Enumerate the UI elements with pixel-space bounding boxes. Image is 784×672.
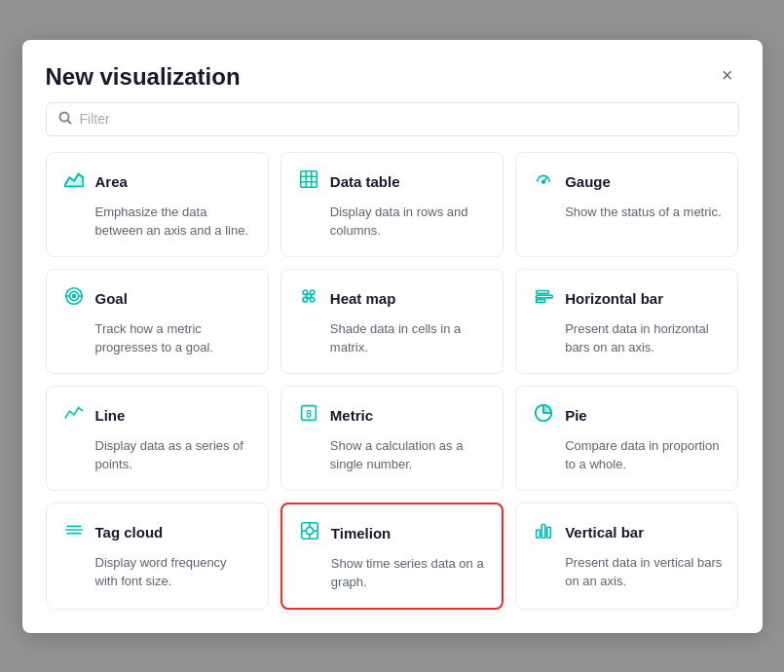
card-desc-timelion: Show time series data on a graph.: [331, 554, 486, 592]
close-button[interactable]: ×: [716, 63, 739, 87]
card-header-horizontal-bar: Horizontal bar: [532, 285, 722, 312]
svg-point-9: [542, 180, 545, 183]
card-title-vertical-bar: Vertical bar: [565, 524, 644, 541]
svg-rect-36: [537, 530, 541, 538]
card-header-area: Area: [62, 168, 252, 195]
search-icon: [58, 111, 72, 128]
card-header-heat-map: Heat map: [297, 285, 487, 312]
card-header-pie: Pie: [532, 402, 722, 429]
card-desc-horizontal-bar: Present data in horizontal bars on an ax…: [565, 319, 722, 357]
heatmap-icon: [297, 285, 320, 312]
card-title-gauge: Gauge: [565, 173, 611, 190]
svg-line-1: [67, 120, 71, 124]
card-title-timelion: Timelion: [331, 525, 391, 541]
timelion-icon: [298, 520, 321, 546]
svg-rect-38: [547, 527, 551, 538]
visualization-grid: Area Emphasize the data between an axis …: [22, 152, 763, 633]
card-title-heat-map: Heat map: [330, 290, 396, 307]
card-title-area: Area: [95, 173, 128, 190]
card-header-metric: 8 Metric: [297, 402, 487, 429]
card-horizontal-bar[interactable]: Horizontal bar Present data in horizonta…: [515, 269, 738, 374]
svg-rect-37: [541, 524, 545, 538]
hbar-icon: [532, 285, 555, 312]
card-desc-vertical-bar: Present data in vertical bars on an axis…: [565, 553, 722, 591]
card-desc-line: Display data as a series of points.: [95, 436, 252, 474]
goal-icon: [62, 285, 86, 312]
card-desc-data-table: Display data in rows and columns.: [330, 203, 487, 241]
svg-marker-2: [64, 173, 82, 186]
card-data-table[interactable]: Data table Display data in rows and colu…: [280, 152, 504, 257]
area-icon: [62, 168, 86, 195]
filter-input[interactable]: [80, 111, 727, 127]
svg-rect-21: [537, 290, 549, 293]
svg-point-12: [72, 294, 75, 297]
card-title-line: Line: [95, 407, 126, 424]
svg-rect-23: [537, 299, 545, 302]
modal-overlay: New visualization × Area Emphasize the d…: [0, 0, 784, 672]
svg-point-19: [307, 293, 312, 298]
tagcloud-icon: [62, 519, 86, 545]
card-goal[interactable]: Goal Track how a metric progresses to a …: [46, 269, 269, 374]
card-desc-heat-map: Shade data in cells in a matrix.: [330, 319, 487, 357]
card-desc-gauge: Show the status of a metric.: [565, 203, 722, 222]
modal-header: New visualization ×: [22, 40, 763, 102]
card-header-line: Line: [62, 402, 252, 429]
svg-rect-22: [537, 295, 553, 298]
card-desc-pie: Compare data in proportion to a whole.: [565, 436, 722, 474]
card-header-gauge: Gauge: [532, 168, 722, 195]
vbar-icon: [532, 519, 555, 545]
gauge-icon: [532, 168, 555, 195]
card-desc-goal: Track how a metric progresses to a goal.: [95, 319, 252, 357]
card-header-vertical-bar: Vertical bar: [532, 519, 722, 545]
card-vertical-bar[interactable]: Vertical bar Present data in vertical ba…: [515, 503, 738, 610]
card-desc-area: Emphasize the data between an axis and a…: [95, 203, 252, 241]
card-desc-metric: Show a calculation as a single number.: [330, 436, 487, 474]
metric-icon: 8: [297, 402, 320, 429]
card-header-tag-cloud: Tag cloud: [62, 519, 252, 545]
card-desc-tag-cloud: Display word frequency with font size.: [95, 553, 252, 591]
search-bar: [46, 102, 739, 136]
card-header-timelion: Timelion: [298, 520, 486, 546]
card-title-tag-cloud: Tag cloud: [95, 524, 164, 541]
card-tag-cloud[interactable]: Tag cloud Display word frequency with fo…: [46, 503, 269, 610]
card-metric[interactable]: 8 Metric Show a calculation as a single …: [280, 386, 504, 491]
table-icon: [297, 168, 320, 195]
card-title-horizontal-bar: Horizontal bar: [565, 290, 663, 307]
card-area[interactable]: Area Emphasize the data between an axis …: [46, 152, 269, 257]
card-line[interactable]: Line Display data as a series of points.: [46, 386, 269, 491]
card-title-metric: Metric: [330, 407, 373, 424]
pie-icon: [532, 402, 555, 429]
card-pie[interactable]: Pie Compare data in proportion to a whol…: [515, 386, 738, 491]
card-heat-map[interactable]: Heat map Shade data in cells in a matrix…: [280, 269, 504, 374]
svg-point-0: [59, 112, 68, 121]
modal-title: New visualization: [46, 63, 241, 91]
card-header-data-table: Data table: [297, 168, 487, 195]
grid-layout: Area Emphasize the data between an axis …: [46, 152, 739, 610]
card-header-goal: Goal: [62, 285, 252, 312]
modal: New visualization × Area Emphasize the d…: [22, 40, 763, 633]
svg-text:8: 8: [306, 408, 312, 419]
line-icon: [62, 402, 86, 429]
svg-point-31: [306, 527, 313, 534]
card-gauge[interactable]: Gauge Show the status of a metric.: [515, 152, 738, 257]
card-title-data-table: Data table: [330, 173, 400, 190]
card-title-goal: Goal: [95, 290, 128, 307]
card-title-pie: Pie: [565, 407, 587, 424]
svg-rect-3: [301, 170, 317, 187]
card-timelion[interactable]: Timelion Show time series data on a grap…: [280, 503, 504, 610]
